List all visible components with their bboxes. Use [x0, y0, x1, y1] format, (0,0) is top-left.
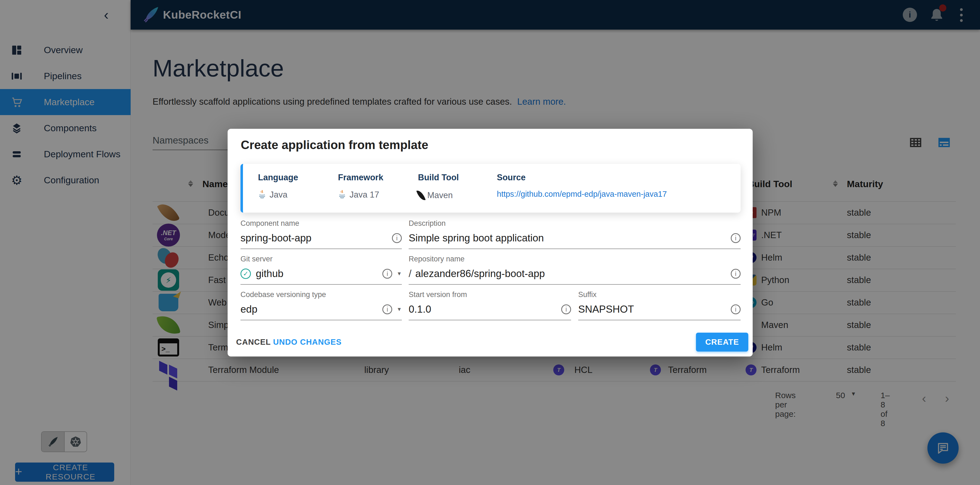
field-label: Codebase versioning type — [240, 290, 402, 299]
framework-label: Framework — [338, 172, 383, 182]
info-icon[interactable]: i — [731, 233, 741, 243]
undo-changes-button[interactable]: UNDO CHANGES — [273, 338, 342, 347]
git-server-value[interactable]: github — [256, 268, 283, 279]
language-label: Language — [258, 172, 298, 182]
info-icon[interactable]: i — [392, 233, 402, 243]
maven-feather-icon — [416, 189, 426, 202]
description-value[interactable]: Simple spring boot application — [409, 232, 544, 244]
create-application-dialog: Create application from template Languag… — [228, 129, 752, 356]
build-tool-label: Build Tool — [418, 172, 459, 182]
field-label: Suffix — [578, 290, 741, 299]
cancel-button[interactable]: CANCEL — [236, 338, 271, 347]
field-label: Git server — [240, 255, 402, 263]
success-check-icon: ✓ — [240, 268, 251, 279]
description-field[interactable]: Description Simple spring boot applicati… — [409, 219, 741, 249]
field-label: Component name — [240, 219, 402, 228]
field-label: Start version from — [409, 290, 571, 299]
start-version-field[interactable]: Start version from 0.1.0 i — [409, 290, 571, 320]
start-version-value[interactable]: 0.1.0 — [409, 304, 431, 315]
info-icon[interactable]: i — [382, 269, 392, 279]
component-name-field[interactable]: Component name spring-boot-app i — [240, 219, 402, 249]
info-icon[interactable]: i — [561, 305, 571, 314]
create-button[interactable]: CREATE — [696, 333, 748, 351]
chevron-down-icon[interactable]: ▼ — [396, 306, 402, 313]
suffix-value[interactable]: SNAPSHOT — [578, 304, 634, 315]
chevron-down-icon[interactable]: ▼ — [396, 271, 402, 277]
field-label: Description — [409, 219, 741, 228]
versioning-type-select[interactable]: Codebase versioning type edp i ▼ — [240, 290, 402, 320]
template-summary-card: Language Java Framework — [240, 164, 741, 213]
repository-name-value[interactable]: alezander86/spring-boot-app — [415, 268, 545, 279]
info-icon[interactable]: i — [731, 269, 741, 279]
source-label: Source — [497, 172, 667, 182]
dialog-title: Create application from template — [241, 138, 428, 152]
git-server-select[interactable]: Git server ✓ github i ▼ — [240, 255, 402, 285]
info-icon[interactable]: i — [731, 305, 741, 314]
repository-name-field[interactable]: Repository name / alezander86/spring-boo… — [409, 255, 741, 285]
java-icon — [338, 190, 346, 200]
kuberocketci-app: Marketplace Effortlessly scaffold applic… — [0, 0, 980, 485]
suffix-field[interactable]: Suffix SNAPSHOT i — [578, 290, 741, 320]
source-url-link[interactable]: https://github.com/epmd-edp/java-maven-j… — [497, 190, 667, 199]
java-icon — [258, 190, 266, 200]
component-name-value[interactable]: spring-boot-app — [240, 232, 312, 244]
info-icon[interactable]: i — [382, 305, 392, 314]
framework-value: Java 17 — [350, 190, 379, 200]
field-label: Repository name — [409, 255, 741, 263]
language-value: Java — [269, 190, 287, 200]
repo-prefix: / — [409, 268, 411, 279]
build-tool-value: Maven — [427, 190, 453, 200]
versioning-type-value[interactable]: edp — [240, 304, 258, 315]
